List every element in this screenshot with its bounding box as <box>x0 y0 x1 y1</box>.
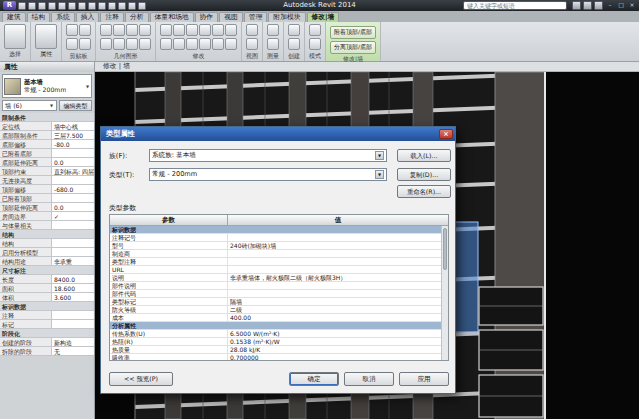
parameter-row[interactable]: 热阻(R) 0.1538 (m²·K)/W <box>110 338 441 346</box>
tag-icon[interactable] <box>98 2 106 10</box>
property-value[interactable]: 非承重 <box>52 257 94 265</box>
ribbon-tab[interactable]: 插入 <box>76 12 100 22</box>
properties-palette-title[interactable]: 属性 <box>0 62 94 72</box>
property-row[interactable]: 房间边界 ✓ <box>0 212 94 221</box>
property-value[interactable] <box>52 239 94 247</box>
ribbon-tab[interactable]: 注释 <box>100 12 124 22</box>
join-icon[interactable] <box>113 24 125 36</box>
open-icon[interactable] <box>18 2 26 10</box>
parameter-value[interactable] <box>228 266 441 273</box>
preview-button[interactable]: << 预览(P) <box>109 372 173 386</box>
scrollbar[interactable] <box>441 226 448 360</box>
property-value[interactable] <box>52 248 94 256</box>
parameter-row[interactable]: 型号 240砖(加砌块)墙 <box>110 242 441 250</box>
property-row[interactable]: 限制条件 <box>0 113 94 122</box>
property-row[interactable]: 顶部延伸距离 0.0 <box>0 203 94 212</box>
hide-icon[interactable] <box>246 24 258 36</box>
array-icon[interactable] <box>199 38 211 50</box>
exchange-apps-icon[interactable] <box>583 1 592 10</box>
property-row[interactable]: 启用分析模型 <box>0 248 94 257</box>
parameter-value[interactable] <box>228 282 441 289</box>
parameter-value[interactable]: 6.5000 W/(m²·K) <box>228 330 441 337</box>
copy-icon[interactable] <box>66 38 78 50</box>
parameter-row[interactable]: 标识数据 <box>110 226 441 234</box>
override-graphics-icon[interactable] <box>246 38 258 50</box>
move-icon[interactable] <box>160 38 172 50</box>
property-value[interactable]: ✓ <box>52 212 94 220</box>
default-3d-view-icon[interactable] <box>118 2 126 10</box>
ok-button[interactable]: 确定 <box>289 372 339 386</box>
modify-cursor-icon[interactable] <box>4 24 26 49</box>
create-similar-icon[interactable] <box>288 38 300 50</box>
rotate-icon[interactable] <box>173 38 185 50</box>
cope-icon[interactable] <box>100 24 112 36</box>
property-row[interactable]: 底部延伸距离 0.0 <box>0 158 94 167</box>
parameter-value[interactable] <box>228 234 441 241</box>
scrollbar-thumb[interactable] <box>443 228 447 270</box>
match-type-icon[interactable] <box>79 38 91 50</box>
property-value[interactable]: 三层7.500 <box>52 131 94 139</box>
minimize-icon[interactable]: – <box>605 0 615 10</box>
property-value[interactable]: 8400.0 <box>52 275 94 283</box>
split-icon[interactable] <box>186 38 198 50</box>
save-icon[interactable] <box>28 2 36 10</box>
property-value[interactable]: 新构造 <box>52 338 94 346</box>
close-icon[interactable]: × <box>439 129 453 139</box>
property-row[interactable]: 面积 18.600 <box>0 284 94 293</box>
edit-profile-icon[interactable] <box>309 24 321 36</box>
property-row[interactable]: 注释 <box>0 311 94 320</box>
delete-icon[interactable] <box>225 38 237 50</box>
parameter-row[interactable]: 吸收率 0.700000 <box>110 354 441 360</box>
ribbon-tab[interactable]: 建筑 <box>2 12 26 22</box>
property-row[interactable]: 已附着底部 <box>0 149 94 158</box>
parameter-value[interactable]: 0.700000 <box>228 354 441 360</box>
infocenter-search-input[interactable] <box>463 1 567 10</box>
measure-icon[interactable] <box>78 2 86 10</box>
edit-type-button[interactable]: 编辑类型 <box>59 100 92 111</box>
ribbon-tab[interactable]: 结构 <box>27 12 51 22</box>
property-row[interactable]: 与体量相关 <box>0 221 94 230</box>
property-value[interactable]: 0.0 <box>52 203 94 211</box>
parameter-value[interactable]: 400.00 <box>228 314 441 321</box>
property-row[interactable]: 拆除的阶段 无 <box>0 347 94 356</box>
property-value[interactable]: 墙中心线 <box>52 122 94 130</box>
parameter-row[interactable]: 传热系数(U) 6.5000 W/(m²·K) <box>110 330 441 338</box>
property-value[interactable]: -80.0 <box>52 140 94 148</box>
property-value[interactable] <box>52 194 94 202</box>
parameter-row[interactable]: 部件说明 <box>110 282 441 290</box>
property-value[interactable]: 0.0 <box>52 158 94 166</box>
contextual-wall-button[interactable]: 附着顶部/底部 <box>330 26 376 39</box>
mirror-icon[interactable] <box>199 24 211 36</box>
ribbon-tab[interactable]: 体量和场地 <box>150 12 194 22</box>
ribbon-tab[interactable]: 视图 <box>219 12 243 22</box>
unpin-icon[interactable] <box>225 24 237 36</box>
split-face-icon[interactable] <box>126 24 138 36</box>
property-value[interactable]: 无 <box>52 347 94 355</box>
ribbon-tab[interactable]: 修改|墙 <box>307 12 340 22</box>
parameter-value[interactable]: 二级 <box>228 306 441 313</box>
parameter-value[interactable]: 隔墙 <box>228 298 441 305</box>
property-value[interactable]: 3.600 <box>52 293 94 301</box>
parameter-row[interactable]: 类型标记 隔墙 <box>110 298 441 306</box>
property-row[interactable]: 已附着顶部 <box>0 194 94 203</box>
paste-icon[interactable] <box>66 24 78 36</box>
parameter-value[interactable]: 28.08 kJ/K <box>228 346 441 353</box>
parameter-row[interactable]: 热质量 28.08 kJ/K <box>110 346 441 354</box>
duplicate-button[interactable]: 复制(D)... <box>397 168 451 181</box>
property-value[interactable] <box>52 176 94 184</box>
application-menu-button[interactable]: R <box>3 1 16 10</box>
property-row[interactable]: 底部偏移 -80.0 <box>0 140 94 149</box>
parameter-value[interactable]: 非承重墙体，耐火极限二级（耐火极限3H） <box>228 274 441 281</box>
cancel-button[interactable]: 取消 <box>344 372 394 386</box>
contextual-wall-button[interactable]: 分离顶部/底部 <box>330 41 376 54</box>
load-button[interactable]: 载入(L)... <box>397 149 451 162</box>
ribbon-tab[interactable]: 管理 <box>244 12 268 22</box>
property-row[interactable]: 创建的阶段 新构造 <box>0 338 94 347</box>
type-combo[interactable]: 常规 - 200mm ▼ <box>149 168 387 181</box>
print-icon[interactable] <box>68 2 76 10</box>
rename-button[interactable]: 重命名(R)... <box>397 185 451 198</box>
signin-icon[interactable] <box>572 1 581 10</box>
ribbon-tab[interactable]: 协作 <box>195 12 219 22</box>
reset-profile-icon[interactable] <box>309 38 321 50</box>
parameter-value[interactable] <box>228 258 441 265</box>
